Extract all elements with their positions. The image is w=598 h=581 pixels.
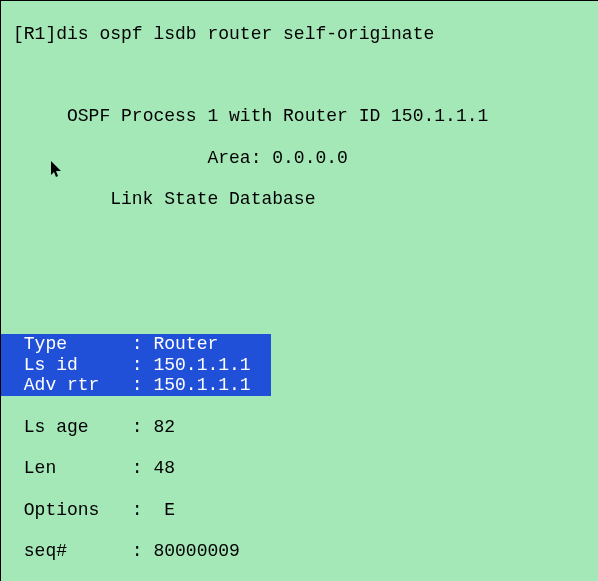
lsdb-header: Link State Database [1, 189, 598, 210]
ospf-header: OSPF Process 1 with Router ID 150.1.1.1 [1, 106, 598, 127]
lsa-seq: seq# : 80000009 [1, 541, 598, 562]
lsa-type: Type : Router [1, 334, 271, 355]
highlighted-selection: Type : Router Ls id : 150.1.1.1 Adv rtr … [1, 313, 598, 396]
lsa-lsid: Ls id : 150.1.1.1 [1, 355, 271, 376]
lsa-lsage: Ls age : 82 [1, 417, 598, 438]
lsa-len: Len : 48 [1, 458, 598, 479]
lsa-options: Options : E [1, 500, 598, 521]
blank-line [1, 65, 598, 86]
terminal-output: [R1]dis ospf lsdb router self-originate … [1, 1, 598, 581]
blank-line [1, 231, 598, 252]
blank-line [1, 272, 598, 293]
command-line: [R1]dis ospf lsdb router self-originate [1, 24, 598, 45]
lsa-advrtr: Adv rtr : 150.1.1.1 [1, 375, 271, 396]
area-header: Area: 0.0.0.0 [1, 148, 598, 169]
